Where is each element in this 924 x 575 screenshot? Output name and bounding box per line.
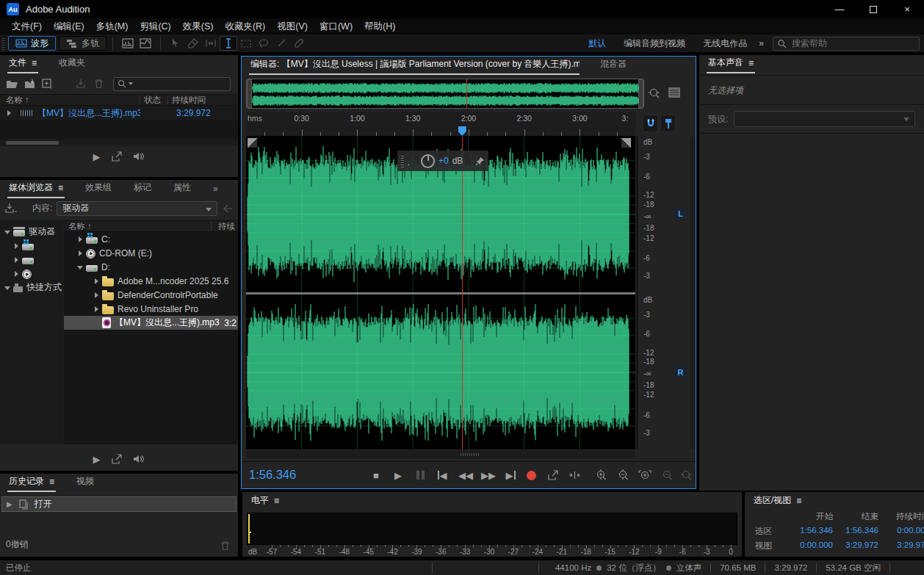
search-options-caret-icon[interactable]	[129, 82, 133, 85]
loop-speaker-button[interactable]	[133, 151, 145, 162]
media-tree-item[interactable]	[0, 253, 63, 267]
panel-menu-icon[interactable]: ≡	[32, 58, 37, 68]
panel-menu-icon[interactable]: ≡	[49, 477, 54, 487]
tab-history[interactable]: 历史记录≡	[7, 474, 56, 492]
multitrack-view-button[interactable]: 多轨	[59, 36, 107, 51]
hud-grip[interactable]	[401, 154, 404, 167]
panel-menu-icon[interactable]: ≡	[796, 496, 801, 506]
chevron-icon[interactable]	[3, 228, 13, 236]
waveform-display[interactable]: +0 dB	[246, 137, 635, 449]
files-search-field[interactable]	[113, 77, 231, 91]
import-media-icon[interactable]	[4, 203, 18, 214]
move-tool-button[interactable]	[167, 36, 184, 51]
waveform-view-button[interactable]: 波形	[8, 36, 56, 51]
hud-pin-icon[interactable]	[475, 156, 485, 166]
close-button[interactable]: ×	[890, 0, 924, 18]
editor-hscrollbar[interactable]	[246, 451, 635, 458]
zoom-out-time-button[interactable]	[613, 466, 632, 485]
view-start[interactable]: 0:00.000	[784, 540, 833, 552]
fade-out-handle[interactable]	[621, 138, 631, 148]
editor-options-button[interactable]	[668, 87, 681, 98]
zoom-to-selection-button[interactable]	[635, 466, 654, 485]
view-duration[interactable]: 3:29.972	[878, 540, 924, 552]
preview-play-button[interactable]: ▶	[93, 151, 101, 162]
overview-navigator[interactable]	[246, 79, 644, 109]
tab-media-browser[interactable]: 媒体浏览器≡	[7, 180, 65, 198]
timeline-ruler[interactable]: hms 0:301:001:302:002:303:003:	[246, 112, 635, 137]
help-search-input[interactable]	[790, 37, 900, 49]
waveform-display-button[interactable]	[119, 36, 137, 51]
workspace-tab[interactable]: 无线电作品	[703, 37, 747, 50]
chevron-icon[interactable]	[76, 235, 86, 244]
tab-video[interactable]: 视频	[75, 474, 95, 492]
menu-item[interactable]: 效果(S)	[177, 19, 220, 35]
skip-to-start-button[interactable]: ◀	[433, 466, 452, 485]
snap-toggle-button[interactable]	[643, 115, 658, 132]
rewind-button[interactable]: ◀◀	[456, 466, 475, 485]
slip-tool-button[interactable]	[202, 36, 220, 51]
chevron-icon[interactable]	[3, 283, 13, 292]
files-hscrollbar[interactable]	[0, 140, 238, 146]
tab-editor[interactable]: 编辑器: 【MV】沒出息 Useless | 議場版 Parliament Ve…	[249, 56, 580, 75]
editor-vscrollbar[interactable]	[690, 137, 696, 449]
spectral-display-button[interactable]	[137, 36, 154, 51]
media-row[interactable]: Adobe M...ncoder 2025 25.6	[64, 274, 238, 288]
record-button[interactable]	[521, 466, 541, 485]
auto-play-button[interactable]	[111, 151, 123, 162]
right-channel-badge[interactable]: R	[674, 366, 687, 378]
clear-history-trash-icon[interactable]	[220, 540, 231, 551]
media-row[interactable]: D:	[64, 260, 238, 274]
file-row[interactable]: 【MV】沒出息...王搏).mp3 3:29.972	[0, 106, 238, 120]
save-button[interactable]	[72, 76, 90, 91]
overview-right-handle[interactable]	[638, 79, 643, 108]
play-button[interactable]: ▶	[389, 466, 408, 485]
minimize-button[interactable]: —	[823, 0, 856, 18]
marquee-selection-tool-button[interactable]	[237, 36, 255, 51]
new-file-button[interactable]	[38, 76, 56, 91]
delete-file-button[interactable]	[90, 76, 107, 91]
tab-properties[interactable]: 属性	[172, 180, 192, 198]
media-tree-item[interactable]: 快捷方式	[0, 281, 63, 294]
loop-playback-button[interactable]	[544, 466, 563, 485]
lasso-selection-tool-button[interactable]	[255, 36, 272, 51]
selection-duration[interactable]: 0:00.000	[878, 526, 924, 537]
skip-to-end-button[interactable]: ▶	[501, 466, 520, 485]
tab-files[interactable]: 文件≡	[7, 55, 38, 73]
pause-button[interactable]	[411, 466, 430, 485]
media-tree-item[interactable]: 驱动器	[0, 225, 63, 239]
toolbar-grip[interactable]	[1, 37, 5, 50]
tabs-overflow-button[interactable]: »	[212, 181, 220, 198]
history-entry[interactable]: ▶ 打开	[1, 496, 237, 512]
media-row[interactable]: Revo Uninstaller Pro	[64, 302, 238, 316]
content-dropdown[interactable]: 驱动器	[57, 201, 217, 216]
tab-selection-view[interactable]: 选区/视图≡	[752, 492, 803, 510]
auto-play-button[interactable]	[111, 454, 123, 465]
tab-favorites[interactable]: 收藏夹	[57, 55, 87, 73]
zoom-reset-button[interactable]	[676, 466, 696, 485]
fast-forward-button[interactable]: ▶▶	[479, 466, 498, 485]
menu-item[interactable]: 收藏夹(R)	[219, 19, 271, 35]
menu-item[interactable]: 帮助(H)	[358, 19, 401, 35]
chevron-icon[interactable]	[12, 256, 22, 264]
panel-menu-icon[interactable]: ≡	[748, 58, 754, 68]
volume-hud[interactable]: +0 dB	[397, 151, 488, 171]
playhead-time-display[interactable]: 1:56.346	[249, 468, 296, 482]
chevron-icon[interactable]	[76, 263, 86, 272]
panel-menu-icon[interactable]: ≡	[274, 496, 279, 506]
tab-effects-rack[interactable]: 效果组	[84, 180, 113, 198]
spot-healing-tool-button[interactable]	[290, 36, 308, 51]
zoom-in-time-button[interactable]	[591, 466, 610, 485]
media-row[interactable]: 【MV】沒出息...王搏).mp3 3:2	[64, 316, 238, 330]
overview-left-handle[interactable]	[247, 79, 252, 108]
media-tree-item[interactable]	[0, 239, 63, 253]
time-selection-tool-button[interactable]	[220, 36, 237, 51]
menu-item[interactable]: 文件(F)	[6, 19, 48, 35]
tab-markers[interactable]: 标记	[132, 180, 153, 198]
panel-menu-icon[interactable]: ≡	[58, 183, 63, 193]
menu-item[interactable]: 多轨(M)	[90, 19, 134, 35]
chevron-icon[interactable]	[76, 249, 86, 258]
menu-item[interactable]: 剪辑(C)	[134, 19, 176, 35]
view-end[interactable]: 3:29.972	[833, 540, 878, 552]
media-tree-item[interactable]	[0, 267, 63, 281]
media-row[interactable]: DefenderControlrPortable	[64, 288, 238, 302]
